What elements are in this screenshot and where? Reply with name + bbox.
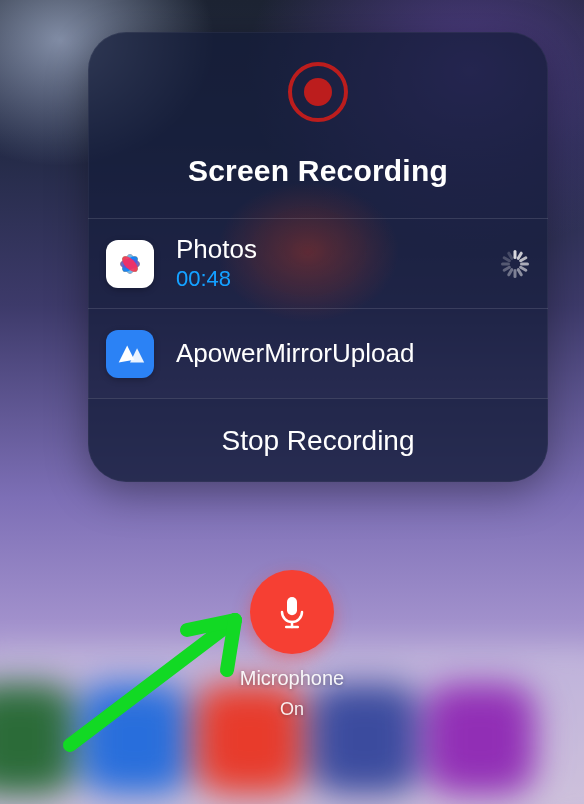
svg-rect-8 [287,597,297,615]
stop-recording-button[interactable]: Stop Recording [88,398,548,482]
loading-spinner-icon [500,249,530,279]
microphone-label: Microphone [240,666,345,691]
modal-title: Screen Recording [88,154,548,188]
apowermirror-app-icon [106,330,154,378]
stop-recording-label: Stop Recording [221,425,414,457]
microphone-status: On [280,699,304,720]
microphone-control: Microphone On [0,570,584,720]
destination-row-photos[interactable]: Photos 00:48 [88,219,548,309]
photos-app-icon [106,240,154,288]
destination-name: Photos [176,235,478,265]
recording-indicator-icon [88,62,548,122]
microphone-toggle-button[interactable] [250,570,334,654]
microphone-icon [272,592,312,632]
screen-recording-modal: Screen Recording [88,32,548,482]
destination-row-apower[interactable]: ApowerMirrorUpload [88,309,548,398]
destination-list: Photos 00:48 ApowerMirrorUpload [88,218,548,398]
recording-elapsed-time: 00:48 [176,266,478,292]
destination-name: ApowerMirrorUpload [176,339,530,369]
